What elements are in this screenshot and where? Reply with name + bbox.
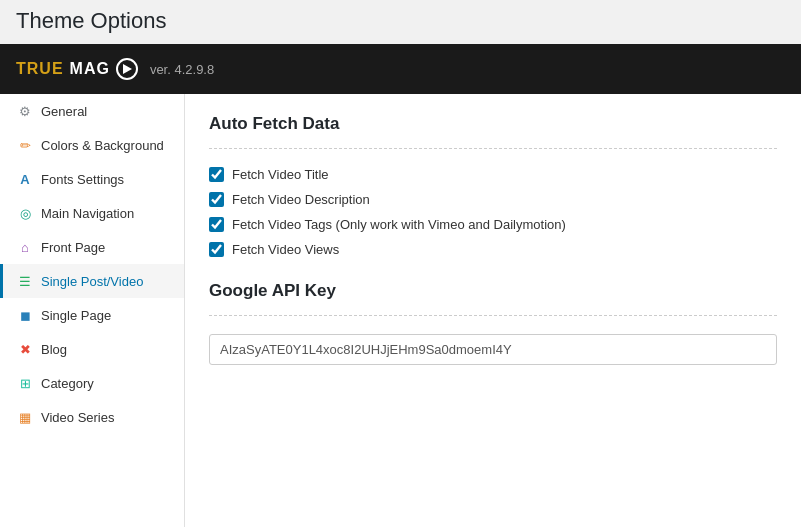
sidebar-label-category: Category (41, 376, 94, 391)
version-label: ver. 4.2.9.8 (150, 62, 214, 77)
sidebar-label-colors: Colors & Background (41, 138, 164, 153)
sidebar-item-category[interactable]: ⊞ Category (0, 366, 184, 400)
fetch-video-description-label[interactable]: Fetch Video Description (232, 192, 370, 207)
sidebar-label-single-page: Single Page (41, 308, 111, 323)
blog-icon: ✖ (17, 341, 33, 357)
fetch-video-views-label[interactable]: Fetch Video Views (232, 242, 339, 257)
font-icon: A (17, 171, 33, 187)
auto-fetch-title: Auto Fetch Data (209, 114, 777, 134)
logo-mag: MAG (70, 60, 110, 78)
category-icon: ⊞ (17, 375, 33, 391)
video-series-icon: ▦ (17, 409, 33, 425)
checkbox-item-fetch-video-views: Fetch Video Views (209, 242, 777, 257)
fetch-checkboxes: Fetch Video Title Fetch Video Descriptio… (209, 167, 777, 257)
fetch-video-tags-checkbox[interactable] (209, 217, 224, 232)
fetch-video-tags-label[interactable]: Fetch Video Tags (Only work with Vimeo a… (232, 217, 566, 232)
content-area: ⚙ General ✏ Colors & Background A Fonts … (0, 94, 801, 527)
play-triangle (123, 64, 132, 74)
sidebar-label-blog: Blog (41, 342, 67, 357)
page-icon: ◼ (17, 307, 33, 323)
logo-true: TRUE (16, 60, 64, 78)
checkbox-item-fetch-video-tags: Fetch Video Tags (Only work with Vimeo a… (209, 217, 777, 232)
sidebar-item-front-page[interactable]: ⌂ Front Page (0, 230, 184, 264)
document-icon: ☰ (17, 273, 33, 289)
sidebar-item-single-post-video[interactable]: ☰ Single Post/Video (0, 264, 184, 298)
sidebar-item-fonts-settings[interactable]: A Fonts Settings (0, 162, 184, 196)
fetch-video-views-checkbox[interactable] (209, 242, 224, 257)
google-api-section: Google API Key (209, 281, 777, 365)
truemag-logo: TRUE MAG (16, 58, 138, 80)
sidebar-item-colors-background[interactable]: ✏ Colors & Background (0, 128, 184, 162)
checkbox-item-fetch-video-title: Fetch Video Title (209, 167, 777, 182)
sidebar-label-navigation: Main Navigation (41, 206, 134, 221)
sidebar-label-single-post-video: Single Post/Video (41, 274, 143, 289)
navigation-icon: ◎ (17, 205, 33, 221)
sidebar-item-blog[interactable]: ✖ Blog (0, 332, 184, 366)
sidebar-label-fonts: Fonts Settings (41, 172, 124, 187)
pencil-icon: ✏ (17, 137, 33, 153)
home-icon: ⌂ (17, 239, 33, 255)
sidebar-item-general[interactable]: ⚙ General (0, 94, 184, 128)
auto-fetch-divider (209, 148, 777, 149)
fetch-video-title-checkbox[interactable] (209, 167, 224, 182)
page-title: Theme Options (0, 0, 801, 44)
page-wrapper: Theme Options TRUE MAG ver. 4.2.9.8 ⚙ Ge… (0, 0, 801, 527)
main-content: Auto Fetch Data Fetch Video Title Fetch … (185, 94, 801, 527)
gear-icon: ⚙ (17, 103, 33, 119)
fetch-video-description-checkbox[interactable] (209, 192, 224, 207)
sidebar-item-main-navigation[interactable]: ◎ Main Navigation (0, 196, 184, 230)
sidebar-label-front-page: Front Page (41, 240, 105, 255)
google-api-title: Google API Key (209, 281, 777, 301)
header-bar: TRUE MAG ver. 4.2.9.8 (0, 44, 801, 94)
fetch-video-title-label[interactable]: Fetch Video Title (232, 167, 329, 182)
checkbox-item-fetch-video-description: Fetch Video Description (209, 192, 777, 207)
play-circle-icon (116, 58, 138, 80)
sidebar-label-general: General (41, 104, 87, 119)
sidebar-item-video-series[interactable]: ▦ Video Series (0, 400, 184, 434)
sidebar: ⚙ General ✏ Colors & Background A Fonts … (0, 94, 185, 527)
google-api-key-input[interactable] (209, 334, 777, 365)
sidebar-item-single-page[interactable]: ◼ Single Page (0, 298, 184, 332)
sidebar-label-video-series: Video Series (41, 410, 114, 425)
google-api-divider (209, 315, 777, 316)
